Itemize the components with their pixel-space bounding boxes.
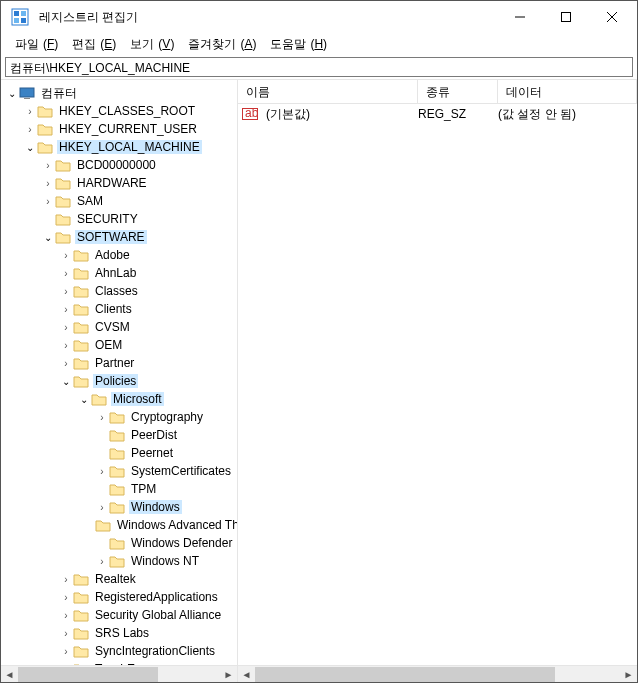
folder-icon <box>73 337 89 353</box>
expand-icon[interactable] <box>77 394 91 405</box>
expand-icon[interactable] <box>5 88 19 99</box>
expand-icon[interactable] <box>59 322 73 333</box>
value-row-default[interactable]: ab (기본값) REG_SZ (값 설정 안 됨) <box>238 104 637 124</box>
svg-rect-9 <box>20 88 34 97</box>
address-bar[interactable]: 컴퓨터\HKEY_LOCAL_MACHINE <box>5 57 633 77</box>
expand-icon[interactable] <box>59 358 73 369</box>
tree-node-oem[interactable]: OEM <box>1 336 237 354</box>
tree-node-regapps[interactable]: RegisteredApplications <box>1 588 237 606</box>
folder-icon <box>73 571 89 587</box>
expand-icon[interactable] <box>41 178 55 189</box>
expand-icon[interactable] <box>95 502 109 513</box>
expand-icon[interactable] <box>59 340 73 351</box>
tree-node-hkcu[interactable]: HKEY_CURRENT_USER <box>1 120 237 138</box>
tree-node-crypto[interactable]: Cryptography <box>1 408 237 426</box>
scroll-right-icon[interactable]: ► <box>220 666 237 682</box>
expand-icon[interactable] <box>59 268 73 279</box>
tree-node-tpm[interactable]: TPM <box>1 480 237 498</box>
tree-node-winadv[interactable]: Windows Advanced Threat Protection <box>1 516 237 534</box>
tree-node-root[interactable]: 컴퓨터 <box>1 84 237 102</box>
expand-icon[interactable] <box>59 304 73 315</box>
svg-rect-1 <box>14 11 19 16</box>
tree-node-cvsm[interactable]: CVSM <box>1 318 237 336</box>
tree-node-winnt[interactable]: Windows NT <box>1 552 237 570</box>
tree-node-peernet[interactable]: Peernet <box>1 444 237 462</box>
tree-node-windows[interactable]: Windows <box>1 498 237 516</box>
tree-node-partner[interactable]: Partner <box>1 354 237 372</box>
expand-icon[interactable] <box>95 466 109 477</box>
tree-label: SECURITY <box>75 212 140 226</box>
expand-icon[interactable] <box>59 574 73 585</box>
expand-icon[interactable] <box>41 160 55 171</box>
expand-icon[interactable] <box>59 286 73 297</box>
menu-fav[interactable]: 즐겨찾기(A) <box>180 34 260 55</box>
scroll-thumb[interactable] <box>18 667 158 682</box>
expand-icon[interactable] <box>23 106 37 117</box>
scroll-right-icon[interactable]: ► <box>620 666 637 683</box>
expand-icon[interactable] <box>59 610 73 621</box>
folder-icon <box>73 319 89 335</box>
tree-label: SAM <box>75 194 105 208</box>
tree-label: AhnLab <box>93 266 138 280</box>
expand-icon[interactable] <box>59 250 73 261</box>
tree-node-windef[interactable]: Windows Defender <box>1 534 237 552</box>
tree-node-classes[interactable]: Classes <box>1 282 237 300</box>
tree-node-hardware[interactable]: HARDWARE <box>1 174 237 192</box>
folder-icon <box>73 643 89 659</box>
string-value-icon: ab <box>242 106 258 122</box>
tree-node-security[interactable]: SECURITY <box>1 210 237 228</box>
menu-view[interactable]: 보기(V) <box>122 34 178 55</box>
tree-node-hkcr[interactable]: HKEY_CLASSES_ROOT <box>1 102 237 120</box>
scroll-thumb[interactable] <box>255 667 555 682</box>
folder-icon <box>73 247 89 263</box>
window-title: 레지스트리 편집기 <box>37 9 497 26</box>
tree-label: CVSM <box>93 320 132 334</box>
tree-node-sga[interactable]: Security Global Alliance <box>1 606 237 624</box>
tree-node-ahnlab[interactable]: AhnLab <box>1 264 237 282</box>
expand-icon[interactable] <box>23 124 37 135</box>
tree-node-bcd[interactable]: BCD00000000 <box>1 156 237 174</box>
col-type[interactable]: 종류 <box>418 80 498 103</box>
tree-label: BCD00000000 <box>75 158 158 172</box>
tree-scrollbar-h[interactable]: ◄ ► <box>1 665 237 682</box>
folder-icon <box>55 175 71 191</box>
menubar: 파일(F) 편집(E) 보기(V) 즐겨찾기(A) 도움말(H) <box>1 33 637 55</box>
menu-file[interactable]: 파일(F) <box>7 34 62 55</box>
tree-node-policies[interactable]: Policies <box>1 372 237 390</box>
menu-edit[interactable]: 편집(E) <box>64 34 120 55</box>
close-button[interactable] <box>589 2 635 32</box>
list-scrollbar-h[interactable]: ◄ ► <box>238 665 637 682</box>
tree-label: OEM <box>93 338 124 352</box>
expand-icon[interactable] <box>95 556 109 567</box>
expand-icon[interactable] <box>41 196 55 207</box>
tree-node-peerdist[interactable]: PeerDist <box>1 426 237 444</box>
tree-node-sync[interactable]: SyncIntegrationClients <box>1 642 237 660</box>
expand-icon[interactable] <box>41 232 55 243</box>
col-name[interactable]: 이름 <box>238 80 418 103</box>
maximize-button[interactable] <box>543 2 589 32</box>
folder-icon <box>109 409 125 425</box>
tree-node-microsoft[interactable]: Microsoft <box>1 390 237 408</box>
folder-icon <box>109 481 125 497</box>
expand-icon[interactable] <box>59 628 73 639</box>
expand-icon[interactable] <box>59 592 73 603</box>
scroll-left-icon[interactable]: ◄ <box>1 666 18 682</box>
tree-node-clients[interactable]: Clients <box>1 300 237 318</box>
menu-help[interactable]: 도움말(H) <box>262 34 331 55</box>
folder-icon <box>73 589 89 605</box>
tree-node-hklm[interactable]: HKEY_LOCAL_MACHINE <box>1 138 237 156</box>
tree-node-realtek[interactable]: Realtek <box>1 570 237 588</box>
tree-node-syscert[interactable]: SystemCertificates <box>1 462 237 480</box>
minimize-button[interactable] <box>497 2 543 32</box>
tree-node-software[interactable]: SOFTWARE <box>1 228 237 246</box>
tree-label: SOFTWARE <box>75 230 147 244</box>
tree-node-sam[interactable]: SAM <box>1 192 237 210</box>
expand-icon[interactable] <box>59 376 73 387</box>
col-data[interactable]: 데이터 <box>498 80 637 103</box>
expand-icon[interactable] <box>95 412 109 423</box>
expand-icon[interactable] <box>23 142 37 153</box>
tree-node-adobe[interactable]: Adobe <box>1 246 237 264</box>
tree-node-srs[interactable]: SRS Labs <box>1 624 237 642</box>
expand-icon[interactable] <box>59 646 73 657</box>
scroll-left-icon[interactable]: ◄ <box>238 666 255 683</box>
